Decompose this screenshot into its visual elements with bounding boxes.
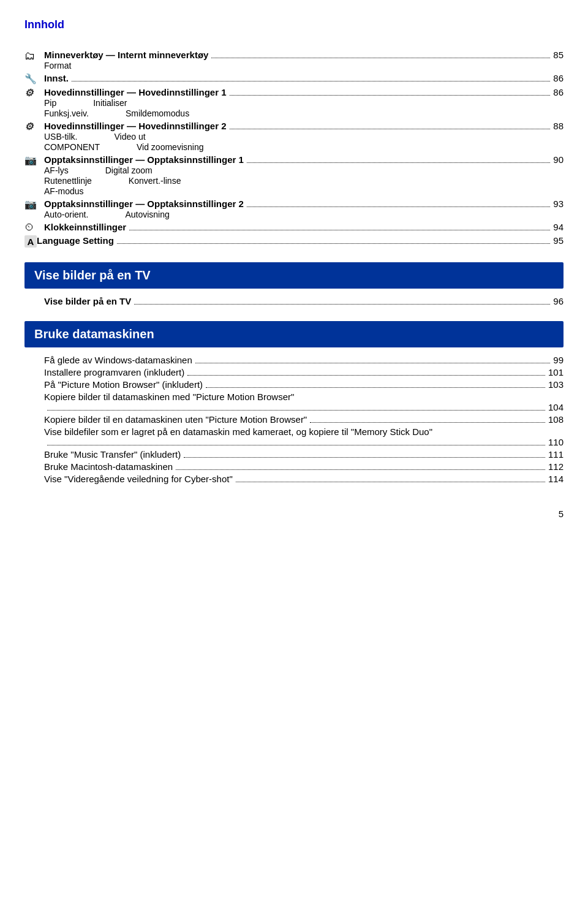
toc-page: 93 xyxy=(553,199,564,209)
toc-sub-item: Konvert.-linse xyxy=(129,176,181,186)
toc-entry-pc-5: Vise bildefiler som er lagret på en data… xyxy=(24,426,564,447)
toc-entry-content: Installere programvaren (inkludert) 101 xyxy=(44,367,564,377)
toc-dots xyxy=(230,95,551,96)
toc-page: 86 xyxy=(553,73,564,83)
toc-dots xyxy=(195,363,551,363)
toc-dots xyxy=(129,230,550,230)
toc-entry-content: Kopiere bilder til datamaskinen med "Pic… xyxy=(44,392,564,412)
toc-entry-pc-4: Kopiere bilder til en datamaskinen uten … xyxy=(24,414,564,425)
toc-main-line: Hovedinnstillinger — Hovedinnstillinger … xyxy=(44,121,564,131)
toc-page: 94 xyxy=(553,222,564,232)
toc-sub-items: COMPONENT Vid zoomevisning xyxy=(44,142,564,152)
toc-main-line: 104 xyxy=(44,402,564,412)
toc-page: 85 xyxy=(553,50,564,60)
toc-dots xyxy=(47,445,545,445)
toc-entry-content: Bruke "Music Transfer" (inkludert) 111 xyxy=(44,449,564,460)
toc-label: Hovedinnstillinger — Hovedinnstillinger … xyxy=(44,87,227,97)
toc-page: 95 xyxy=(553,235,564,246)
toc-page: 86 xyxy=(553,87,564,97)
toc-main-line: Kopiere bilder til en datamaskinen uten … xyxy=(44,414,564,425)
toc-page: 114 xyxy=(548,474,564,484)
toc-main-line: Opptaksinnstillinger — Opptaksinnstillin… xyxy=(44,154,564,165)
toc-main-line: Innst. 86 xyxy=(44,73,564,83)
toc-sub-items: Format xyxy=(44,61,564,70)
toc-sub-item: Auto-orient. xyxy=(44,210,88,219)
settings2-icon: ⚙ xyxy=(24,121,44,132)
toc-label: Få glede av Windows-datamaskinen xyxy=(44,355,192,365)
toc-entry-memory: 🗂 Minneverktøy — Internt minneverktøy 85… xyxy=(24,50,564,70)
toc-sub-items: AF-lys Digital zoom xyxy=(44,165,564,175)
toc-sub-items: USB-tilk. Video ut xyxy=(44,132,564,142)
toc-page: 101 xyxy=(548,367,564,377)
toc-label: Vise bilder på en TV xyxy=(44,296,131,306)
toc-page: 96 xyxy=(553,296,564,306)
toc-sub-items: AF-modus xyxy=(44,186,564,196)
toc-page: 88 xyxy=(553,121,564,131)
toc-entry-oppt2: 📷 Opptaksinnstillinger — Opptaksinnstill… xyxy=(24,199,564,219)
toc-label: Minneverktøy — Internt minneverktøy xyxy=(44,50,208,60)
toc-label: Hovedinnstillinger — Hovedinnstillinger … xyxy=(44,121,227,131)
toc-main-line: Bruke "Music Transfer" (inkludert) 111 xyxy=(44,449,564,460)
toc-dots xyxy=(236,482,545,482)
toc-page: 103 xyxy=(548,379,564,390)
toc-entry-hoved1: ⚙ Hovedinnstillinger — Hovedinnstillinge… xyxy=(24,87,564,118)
toc-sub-item: USB-tilk. xyxy=(44,132,77,142)
toc-dots xyxy=(310,422,545,423)
settings-icon: ⚙ xyxy=(24,87,44,99)
toc-sub-item: AF-lys xyxy=(44,165,69,175)
banner-tv: Vise bilder på en TV xyxy=(24,262,564,289)
toc-sub-item: Format xyxy=(44,61,71,70)
toc-entry-content: Vise bildefiler som er lagret på en data… xyxy=(44,426,564,447)
toc-label: Bruke Macintosh-datamaskinen xyxy=(44,461,173,472)
camera2-icon: 📷 xyxy=(24,199,44,210)
toc-entry-content: Language Setting 95 xyxy=(37,235,564,246)
toc-entry-content: Kopiere bilder til en datamaskinen uten … xyxy=(44,414,564,425)
toc-entry-pc-2: På "Picture Motion Browser" (inkludert) … xyxy=(24,379,564,390)
toc-dots xyxy=(176,469,545,470)
toc-sub-items: Funksj.veiv. Smildemomodus xyxy=(44,108,564,118)
toc-main-line: Minneverktøy — Internt minneverktøy 85 xyxy=(44,50,564,60)
toc-entry-content: Vise "Videregående veiledning for Cyber-… xyxy=(44,474,564,484)
toc-label-multiline: Kopiere bilder til datamaskinen med "Pic… xyxy=(44,392,564,402)
toc-sub-item: Vid zoomevisning xyxy=(137,142,203,152)
clock-icon: ⏲ xyxy=(24,222,44,233)
toc-entry-innst: 🔧 Innst. 86 xyxy=(24,73,564,85)
toc-main-line: Bruke Macintosh-datamaskinen 112 xyxy=(44,461,564,472)
toc-main-line: 110 xyxy=(44,437,564,447)
toc-label: Language Setting xyxy=(37,235,114,246)
toc-dots xyxy=(247,206,550,207)
toc-label: Klokkeinnstillinger xyxy=(44,222,126,232)
toc-entry-content: Innst. 86 xyxy=(44,73,564,83)
toc-entry-klokkein: ⏲ Klokkeinnstillinger 94 xyxy=(24,222,564,233)
toc-sub-item: Pip xyxy=(44,98,56,108)
toc-dots xyxy=(47,410,545,411)
toc-entry-content: Minneverktøy — Internt minneverktøy 85 F… xyxy=(44,50,564,70)
toc-sub-items: Auto-orient. Autovisning xyxy=(44,210,564,219)
toc-main-line: Klokkeinnstillinger 94 xyxy=(44,222,564,232)
toc-label: Opptaksinnstillinger — Opptaksinnstillin… xyxy=(44,199,244,209)
toc-page: 108 xyxy=(548,414,564,425)
toc-entry-content: Få glede av Windows-datamaskinen 99 xyxy=(44,355,564,365)
toc-dots xyxy=(206,387,545,388)
toc-sub-items: Pip Initialiser xyxy=(44,98,564,108)
toc-main-line: Language Setting 95 xyxy=(37,235,564,246)
toc-dots xyxy=(72,81,550,81)
toc-entry-pc-1: Installere programvaren (inkludert) 101 xyxy=(24,367,564,377)
toc-page: 110 xyxy=(548,437,564,447)
toc-dots xyxy=(187,375,545,376)
toc-dots xyxy=(184,457,545,458)
wrench-icon: 🔧 xyxy=(24,73,44,85)
toc-page: 104 xyxy=(548,402,564,412)
toc-entry-content: Opptaksinnstillinger — Opptaksinnstillin… xyxy=(44,199,564,219)
toc-page: 99 xyxy=(553,355,564,365)
toc-sub-item: Video ut xyxy=(114,132,145,142)
toc-main-line: Vise "Videregående veiledning for Cyber-… xyxy=(44,474,564,484)
toc-main-line: Få glede av Windows-datamaskinen 99 xyxy=(44,355,564,365)
toc-dots xyxy=(247,162,550,163)
toc-entry-pc-8: Vise "Videregående veiledning for Cyber-… xyxy=(24,474,564,484)
toc-entry-content: På "Picture Motion Browser" (inkludert) … xyxy=(44,379,564,390)
toc-entry-pc-0: Få glede av Windows-datamaskinen 99 xyxy=(24,355,564,365)
toc-main-line: Opptaksinnstillinger — Opptaksinnstillin… xyxy=(44,199,564,209)
toc-main-line: På "Picture Motion Browser" (inkludert) … xyxy=(44,379,564,390)
toc-sub-item: COMPONENT xyxy=(44,142,100,152)
